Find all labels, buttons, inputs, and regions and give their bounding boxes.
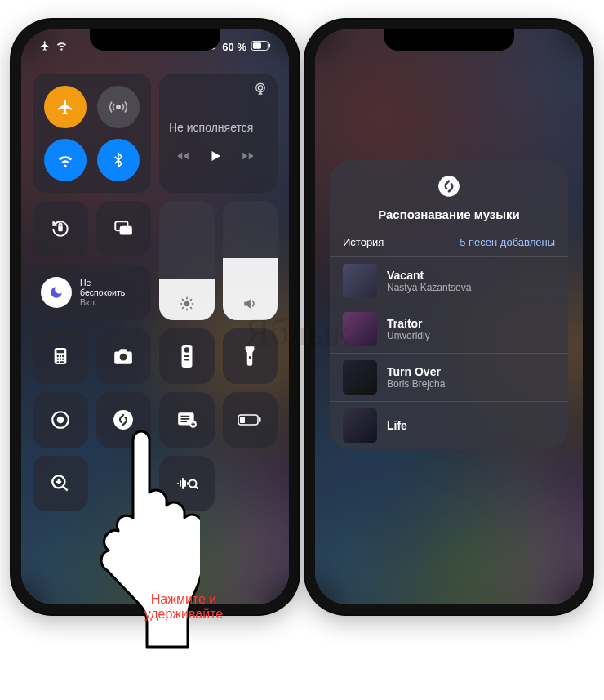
airplane-icon — [39, 40, 51, 54]
orientation-lock-button[interactable] — [33, 201, 88, 256]
airplay-icon[interactable] — [253, 82, 268, 96]
media-tile[interactable]: Не исполняется — [159, 74, 278, 193]
screen-right: Распознавание музыки История 5 песен доб… — [315, 29, 583, 604]
dnd-label-1: Не — [80, 278, 125, 288]
album-art — [343, 360, 377, 395]
flashlight-button[interactable] — [223, 328, 278, 384]
control-center-grid: Не исполняется — [21, 29, 289, 604]
remote-button[interactable] — [159, 328, 215, 384]
svg-rect-8 — [120, 226, 132, 235]
svg-point-13 — [60, 355, 61, 357]
screen-left: 60 % — [21, 29, 289, 604]
album-art — [343, 264, 377, 298]
hearing-button[interactable] — [96, 456, 152, 511]
song-title: Life — [387, 419, 407, 432]
svg-point-36 — [438, 176, 460, 197]
battery-percent: 60 % — [222, 41, 246, 53]
song-row[interactable]: Life — [330, 401, 568, 449]
connectivity-tile[interactable] — [33, 74, 151, 193]
wifi-icon — [56, 39, 68, 54]
album-art — [343, 312, 377, 346]
album-art — [343, 408, 377, 443]
song-artist: Nastya Kazantseva — [387, 282, 471, 293]
volume-icon — [242, 296, 258, 312]
svg-point-4 — [256, 83, 265, 92]
song-title: Traitor — [387, 317, 430, 330]
svg-rect-32 — [240, 417, 245, 423]
song-artist: Unworldly — [387, 330, 430, 341]
volume-slider[interactable] — [223, 201, 278, 320]
svg-rect-19 — [60, 361, 64, 363]
svg-point-15 — [56, 358, 58, 359]
svg-rect-1 — [253, 42, 261, 48]
media-play-button[interactable] — [208, 149, 223, 163]
svg-point-5 — [258, 86, 262, 90]
svg-point-18 — [56, 361, 58, 363]
svg-rect-2 — [269, 43, 270, 47]
cellular-button[interactable] — [97, 86, 140, 128]
song-title: Turn Over — [387, 365, 445, 378]
svg-point-9 — [184, 301, 189, 307]
now-playing-label: Не исполняется — [169, 121, 253, 134]
bluetooth-button[interactable] — [97, 139, 140, 181]
svg-point-27 — [56, 417, 64, 424]
magnifier-button[interactable] — [33, 456, 88, 511]
brightness-slider[interactable] — [159, 201, 215, 320]
do-not-disturb-button[interactable]: Не беспокоить Вкл. — [33, 265, 151, 320]
shazam-button[interactable] — [96, 392, 152, 448]
sound-recognition-button[interactable] — [159, 456, 215, 511]
phone-frame-left: 60 % — [11, 20, 299, 614]
shazam-icon — [437, 175, 460, 201]
song-row[interactable]: Traitor Unworldly — [330, 305, 568, 353]
dnd-label-2: беспокоить — [80, 288, 125, 297]
shazam-history-header: История 5 песен добавлены — [330, 233, 568, 256]
calculator-button[interactable] — [33, 328, 88, 384]
svg-point-22 — [184, 347, 189, 352]
airplane-mode-button[interactable] — [44, 86, 87, 128]
svg-rect-6 — [58, 226, 62, 232]
song-artist: Boris Brejcha — [387, 378, 445, 390]
media-prev-button[interactable] — [175, 149, 190, 163]
svg-point-12 — [56, 355, 58, 357]
media-next-button[interactable] — [241, 149, 255, 163]
notch — [384, 29, 514, 51]
svg-point-3 — [117, 105, 120, 108]
brightness-icon — [179, 296, 195, 312]
shazam-panel[interactable]: Распознавание музыки История 5 песен доб… — [330, 160, 568, 449]
svg-point-14 — [62, 355, 64, 357]
wifi-button[interactable] — [44, 139, 87, 181]
svg-rect-23 — [184, 355, 189, 357]
notch — [90, 29, 220, 51]
svg-point-17 — [62, 358, 64, 359]
svg-rect-33 — [259, 417, 261, 422]
low-power-button[interactable] — [223, 392, 278, 448]
screen-mirroring-button[interactable] — [96, 201, 152, 256]
screen-record-button[interactable] — [33, 392, 88, 448]
svg-point-20 — [120, 354, 127, 361]
added-label[interactable]: 5 песен добавлены — [460, 236, 555, 248]
svg-rect-24 — [184, 359, 189, 360]
history-label: История — [343, 236, 384, 248]
camera-button[interactable] — [96, 328, 152, 384]
svg-rect-25 — [249, 356, 251, 359]
svg-rect-11 — [56, 350, 64, 354]
song-row[interactable]: Vacant Nastya Kazantseva — [330, 256, 568, 305]
svg-point-28 — [113, 410, 133, 430]
notes-button[interactable] — [159, 392, 215, 448]
song-title: Vacant — [387, 269, 471, 282]
svg-point-16 — [60, 358, 61, 359]
phone-frame-right: Распознавание музыки История 5 песен доб… — [305, 20, 593, 614]
battery-icon — [251, 41, 271, 53]
shazam-title: Распознавание музыки — [378, 207, 520, 221]
dnd-status: Вкл. — [80, 297, 125, 307]
song-row[interactable]: Turn Over Boris Brejcha — [330, 353, 568, 401]
